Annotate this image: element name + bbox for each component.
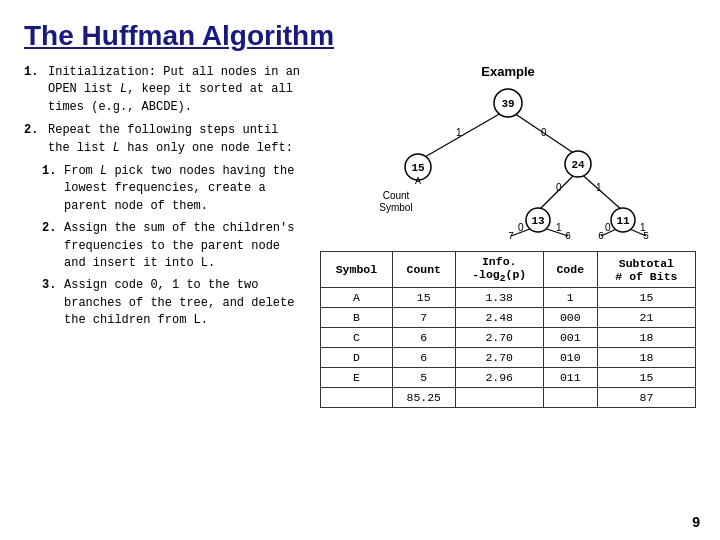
- step-list: 1. Initialization: Put all nodes in an O…: [24, 64, 304, 329]
- cell-sub-c: 18: [597, 328, 695, 348]
- cell-sub-e: 15: [597, 368, 695, 388]
- node-13-val: 13: [531, 215, 545, 227]
- step-1: 1. Initialization: Put all nodes in an O…: [24, 64, 304, 116]
- sub-step-3-num: 3.: [42, 277, 58, 329]
- sub-step-2-text: Assign the sum of the children's frequen…: [64, 220, 304, 272]
- step-1-num: 1.: [24, 64, 42, 116]
- node-a-label: A: [415, 176, 421, 187]
- cell-sym-b: B: [321, 308, 393, 328]
- cell-total-empty3: [543, 388, 597, 408]
- cell-count-e: 5: [392, 368, 455, 388]
- data-table: Symbol Count Info.-log2(p) Code Subtotal…: [320, 251, 696, 408]
- col-info: Info.-log2(p): [455, 252, 543, 288]
- symbol-label-text: Symbol: [379, 202, 412, 213]
- count-6d: 6: [598, 231, 604, 241]
- edge-label-0-mid: 0: [556, 182, 562, 193]
- cell-code-d: 010: [543, 348, 597, 368]
- page-number: 9: [692, 514, 700, 530]
- cell-code-e: 011: [543, 368, 597, 388]
- cell-total-empty2: [455, 388, 543, 408]
- sub-step-1-num: 1.: [42, 163, 58, 215]
- cell-sub-b: 21: [597, 308, 695, 328]
- edge-label-0-bl: 0: [518, 222, 524, 233]
- cell-sym-a: A: [321, 288, 393, 308]
- step-2-text: Repeat the following steps until the lis…: [48, 122, 304, 157]
- sub-steps: 1. From L pick two nodes having the lowe…: [42, 163, 304, 330]
- table-header-row: Symbol Count Info.-log2(p) Code Subtotal…: [321, 252, 696, 288]
- cell-count-d: 6: [392, 348, 455, 368]
- step-2-num: 2.: [24, 122, 42, 157]
- sub-step-3-text: Assign code 0, 1 to the two branches of …: [64, 277, 304, 329]
- sub-step-1: 1. From L pick two nodes having the lowe…: [42, 163, 304, 215]
- sub-step-2: 2. Assign the sum of the children's freq…: [42, 220, 304, 272]
- cell-info-b: 2.48: [455, 308, 543, 328]
- cell-info-c: 2.70: [455, 328, 543, 348]
- node-11-val: 11: [616, 215, 630, 227]
- cell-info-d: 2.70: [455, 348, 543, 368]
- table-row: B 7 2.48 000 21: [321, 308, 696, 328]
- step-1-text: Initialization: Put all nodes in an OPEN…: [48, 64, 304, 116]
- root-node-val: 39: [501, 98, 514, 110]
- node-24-val: 24: [571, 159, 585, 171]
- sub-step-3: 3. Assign code 0, 1 to the two branches …: [42, 277, 304, 329]
- table-row: D 6 2.70 010 18: [321, 348, 696, 368]
- edge-label-0-br: 0: [605, 222, 611, 233]
- tree-svg: 1 0 0 1 0 1 0 1 39 15 A: [338, 81, 678, 241]
- cell-sub-a: 15: [597, 288, 695, 308]
- col-symbol: Symbol: [321, 252, 393, 288]
- count-6c: 6: [565, 231, 571, 241]
- cell-total-sum: 85.25: [392, 388, 455, 408]
- cell-sym-d: D: [321, 348, 393, 368]
- sub-step-2-num: 2.: [42, 220, 58, 272]
- svg-line-0: [418, 109, 508, 161]
- table-total-row: 85.25 87: [321, 388, 696, 408]
- edge-label-1-mid: 1: [596, 182, 602, 193]
- cell-total-empty1: [321, 388, 393, 408]
- count-5e: 5: [643, 231, 649, 241]
- left-panel: 1. Initialization: Put all nodes in an O…: [24, 64, 304, 408]
- count-7: 7: [508, 231, 514, 241]
- cell-sub-d: 18: [597, 348, 695, 368]
- cell-info-a: 1.38: [455, 288, 543, 308]
- cell-sym-e: E: [321, 368, 393, 388]
- cell-count-c: 6: [392, 328, 455, 348]
- right-panel: Example: [320, 64, 696, 408]
- example-label: Example: [320, 64, 696, 79]
- cell-code-b: 000: [543, 308, 597, 328]
- col-code: Code: [543, 252, 597, 288]
- table-row: E 5 2.96 011 15: [321, 368, 696, 388]
- edge-label-0-left: 0: [541, 127, 547, 138]
- table-row: C 6 2.70 001 18: [321, 328, 696, 348]
- cell-sym-c: C: [321, 328, 393, 348]
- step-2: 2. Repeat the following steps until the …: [24, 122, 304, 157]
- main-content: 1. Initialization: Put all nodes in an O…: [24, 64, 696, 408]
- slide-title: The Huffman Algorithm: [24, 20, 696, 52]
- cell-count-a: 15: [392, 288, 455, 308]
- cell-code-c: 001: [543, 328, 597, 348]
- slide: The Huffman Algorithm 1. Initialization:…: [0, 0, 720, 540]
- cell-code-a: 1: [543, 288, 597, 308]
- cell-count-b: 7: [392, 308, 455, 328]
- edge-label-1-bl: 1: [556, 222, 562, 233]
- col-subtotal: Subtotal# of Bits: [597, 252, 695, 288]
- edge-label-1-left: 1: [456, 127, 462, 138]
- table-row: A 15 1.38 1 15: [321, 288, 696, 308]
- sub-step-1-text: From L pick two nodes having the lowest …: [64, 163, 304, 215]
- count-label-text: Count: [383, 190, 410, 201]
- cell-info-e: 2.96: [455, 368, 543, 388]
- tree-area: 1 0 0 1 0 1 0 1 39 15 A: [320, 81, 696, 241]
- node-15-val: 15: [411, 162, 425, 174]
- cell-total-bits: 87: [597, 388, 695, 408]
- col-count: Count: [392, 252, 455, 288]
